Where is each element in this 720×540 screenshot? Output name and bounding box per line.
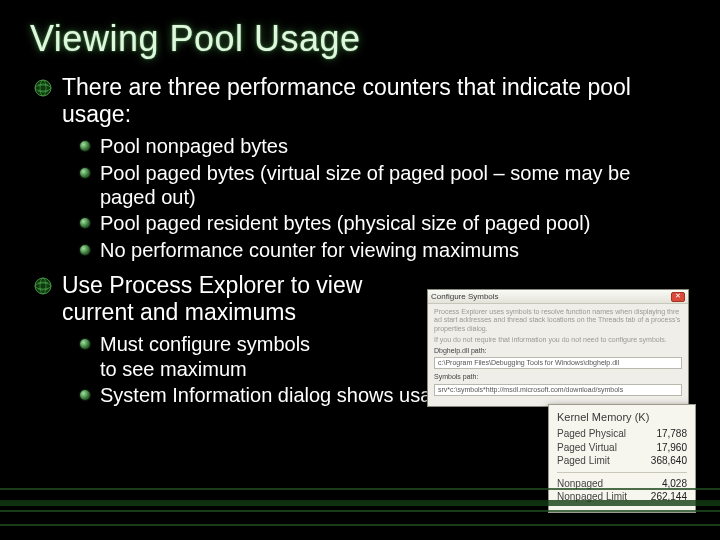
- kernel-memory-panel: Kernel Memory (K) Paged Physical 17,788 …: [548, 404, 696, 513]
- svg-point-0: [35, 80, 51, 96]
- configure-symbols-dialog: Configure Symbols Process Explorer uses …: [427, 289, 689, 407]
- sub-bullet-text: Must configure symbols to see maximum: [100, 332, 330, 381]
- dialog-para: If you do not require that information y…: [434, 336, 682, 344]
- svg-point-3: [35, 278, 51, 294]
- row-key: Paged Virtual: [557, 441, 617, 455]
- sub-bullet-text: Pool paged bytes (virtual size of paged …: [100, 161, 660, 210]
- panel-divider: [557, 472, 687, 473]
- panel-row: Paged Limit 368,640: [557, 454, 687, 468]
- dbghelp-path-field[interactable]: c:\Program Files\Debugging Tools for Win…: [434, 357, 682, 369]
- sub-bullet: No performance counter for viewing maxim…: [80, 238, 690, 262]
- dialog-label: Symbols path:: [434, 373, 682, 381]
- row-value: 368,640: [651, 454, 687, 468]
- dot-bullet-icon: [80, 218, 90, 228]
- slide-title: Viewing Pool Usage: [30, 18, 690, 60]
- bullet-1: There are three performance counters tha…: [34, 74, 674, 128]
- row-key: Nonpaged: [557, 477, 603, 491]
- row-key: Nonpaged Limit: [557, 490, 627, 504]
- row-value: 4,028: [662, 477, 687, 491]
- sub-bullet: Pool nonpaged bytes: [80, 134, 690, 158]
- sub-bullet-text: Pool nonpaged bytes: [100, 134, 288, 158]
- sub-bullet: Pool paged bytes (virtual size of paged …: [80, 161, 690, 210]
- symbols-path-field[interactable]: srv*c:\symbols*http://msdl.microsoft.com…: [434, 384, 682, 396]
- sub-bullet: Must configure symbols to see maximum: [80, 332, 330, 381]
- dot-bullet-icon: [80, 141, 90, 151]
- dialog-label: Dbghelp.dll path:: [434, 347, 682, 355]
- bullet-1-text: There are three performance counters tha…: [62, 74, 674, 128]
- bullet-2: Use Process Explorer to view current and…: [34, 272, 394, 326]
- panel-row: Paged Virtual 17,960: [557, 441, 687, 455]
- panel-row: Paged Physical 17,788: [557, 427, 687, 441]
- dialog-para: Process Explorer uses symbols to resolve…: [434, 308, 682, 333]
- dot-bullet-icon: [80, 168, 90, 178]
- dialog-titlebar: Configure Symbols: [428, 290, 688, 304]
- sub-bullet: Pool paged resident bytes (physical size…: [80, 211, 690, 235]
- dialog-body: Process Explorer uses symbols to resolve…: [428, 304, 688, 404]
- globe-bullet-icon: [34, 277, 52, 295]
- sub-bullet-text: System Information dialog shows usage: [100, 383, 454, 407]
- sub-bullet-text: No performance counter for viewing maxim…: [100, 238, 519, 262]
- globe-bullet-icon: [34, 79, 52, 97]
- bullet-1-subs: Pool nonpaged bytes Pool paged bytes (vi…: [34, 134, 690, 262]
- close-icon[interactable]: [671, 292, 685, 302]
- dialog-title: Configure Symbols: [431, 292, 499, 301]
- row-key: Paged Limit: [557, 454, 610, 468]
- row-value: 17,788: [656, 427, 687, 441]
- dot-bullet-icon: [80, 390, 90, 400]
- slide: Viewing Pool Usage There are three perfo…: [0, 0, 720, 540]
- row-value: 17,960: [656, 441, 687, 455]
- row-key: Paged Physical: [557, 427, 626, 441]
- dot-bullet-icon: [80, 245, 90, 255]
- row-value: 262,144: [651, 490, 687, 504]
- panel-header: Kernel Memory (K): [557, 411, 687, 423]
- bullet-2-text: Use Process Explorer to view current and…: [62, 272, 394, 326]
- dot-bullet-icon: [80, 339, 90, 349]
- panel-row: Nonpaged Limit 262,144: [557, 490, 687, 504]
- sub-bullet-text: Pool paged resident bytes (physical size…: [100, 211, 590, 235]
- panel-row: Nonpaged 4,028: [557, 477, 687, 491]
